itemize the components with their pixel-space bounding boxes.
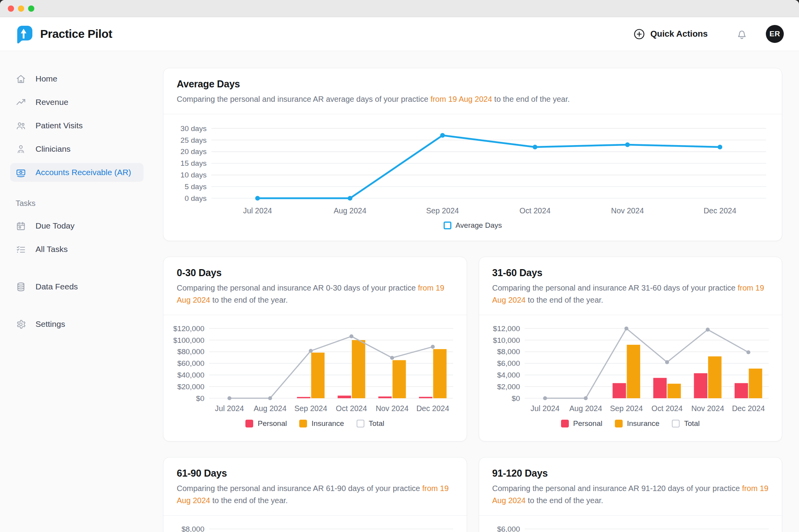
svg-text:$8,000: $8,000 [181, 525, 204, 532]
legend-label: Insurance [627, 419, 659, 428]
sidebar-item-settings[interactable]: Settings [10, 315, 144, 333]
ar-91-120-chart-canvas: $0$2,000$4,000$6,000Jul 2024Aug 2024Sep … [489, 522, 772, 532]
legend-item-average-days[interactable]: Average Days [444, 221, 502, 230]
sidebar-item-data-feeds[interactable]: Data Feeds [10, 277, 144, 296]
desc-text: to the end of the year. [492, 95, 570, 103]
card-header: Average Days Comparing the personal and … [163, 68, 782, 114]
desc-text: Comparing the personal and insurance AR … [177, 95, 430, 103]
legend-item-total[interactable]: Total [672, 419, 700, 428]
svg-text:$20,000: $20,000 [177, 383, 204, 391]
sidebar-item-label: Patient Visits [36, 121, 83, 130]
gear-icon [16, 319, 26, 330]
sidebar-item-revenue[interactable]: Revenue [10, 93, 144, 112]
legend-swatch [299, 420, 307, 427]
dashboard-main: Average Days Comparing the personal and … [152, 51, 799, 532]
svg-text:$4,000: $4,000 [497, 371, 520, 379]
sidebar-item-all-tasks[interactable]: All Tasks [10, 240, 144, 259]
legend-swatch [245, 420, 253, 427]
sidebar-item-label: Data Feeds [36, 282, 78, 291]
sidebar-item-label: Accounts Receivable (AR) [36, 168, 131, 177]
notifications-button[interactable] [736, 28, 748, 40]
home-icon [16, 74, 26, 84]
svg-text:Sep 2024: Sep 2024 [610, 404, 643, 413]
window-zoom-button[interactable] [28, 5, 34, 12]
card-title: 61-90 Days [177, 468, 453, 479]
legend-label: Total [684, 419, 700, 428]
app-window: Practice Pilot Quick Actions ER Home [0, 0, 799, 532]
sidebar-item-label: Revenue [36, 98, 68, 107]
desc-highlight-date: from 19 Aug 2024 [430, 95, 492, 103]
legend-label: Average Days [456, 221, 502, 230]
svg-text:$8,000: $8,000 [497, 348, 520, 356]
legend-item-insurance[interactable]: Insurance [299, 419, 344, 428]
svg-text:Oct 2024: Oct 2024 [336, 404, 367, 413]
window-minimize-button[interactable] [18, 5, 24, 12]
svg-text:$0: $0 [196, 394, 204, 403]
svg-text:$0: $0 [511, 394, 520, 403]
card-description: Comparing the personal and insurance AR … [492, 482, 769, 507]
sidebar-item-patient-visits[interactable]: Patient Visits [10, 116, 144, 135]
svg-text:$100,000: $100,000 [174, 336, 204, 344]
legend-swatch [672, 420, 680, 427]
ar-91-120-chart: $0$2,000$4,000$6,000Jul 2024Aug 2024Sep … [479, 516, 782, 532]
desc-text: to the end of the year. [526, 296, 603, 304]
svg-text:0 days: 0 days [185, 194, 206, 202]
svg-text:$40,000: $40,000 [177, 371, 204, 379]
card-title: 31-60 Days [492, 267, 769, 278]
desc-text: to the end of the year. [210, 496, 288, 505]
svg-text:$6,000: $6,000 [497, 359, 520, 367]
legend-item-personal[interactable]: Personal [561, 419, 602, 428]
practice-pilot-logo-icon [14, 25, 33, 44]
user-avatar[interactable]: ER [766, 25, 784, 43]
svg-text:Oct 2024: Oct 2024 [651, 404, 682, 413]
legend-item-personal[interactable]: Personal [245, 419, 287, 428]
legend-swatch [561, 420, 569, 427]
card-title: 91-120 Days [492, 468, 769, 479]
svg-text:10 days: 10 days [181, 171, 207, 179]
svg-text:30 days: 30 days [181, 124, 207, 133]
sidebar-item-clinicians[interactable]: Clinicians [10, 140, 144, 158]
content-area: Home Revenue Patient Visits Clinicia [0, 51, 799, 532]
sidebar-item-accounts-receivable[interactable]: Accounts Receivable (AR) [10, 163, 144, 182]
card-91-120-days: 91-120 Days Comparing the personal and i… [479, 457, 783, 532]
sidebar-item-label: Settings [36, 319, 65, 329]
svg-text:Jul 2024: Jul 2024 [530, 404, 559, 413]
window-titlebar [0, 0, 799, 17]
svg-text:Oct 2024: Oct 2024 [520, 206, 551, 215]
card-description: Comparing the personal and insurance AR … [492, 282, 769, 306]
svg-text:20 days: 20 days [181, 147, 207, 156]
svg-text:Aug 2024: Aug 2024 [569, 404, 602, 413]
legend-label: Total [369, 419, 384, 428]
svg-text:$80,000: $80,000 [177, 348, 204, 356]
window-close-button[interactable] [8, 5, 14, 12]
svg-text:$2,000: $2,000 [497, 383, 520, 391]
clinician-icon [16, 144, 26, 154]
app-header: Practice Pilot Quick Actions ER [0, 17, 799, 51]
svg-text:Dec 2024: Dec 2024 [416, 404, 449, 413]
card-header: 91-120 Days Comparing the personal and i… [479, 458, 782, 516]
svg-text:Aug 2024: Aug 2024 [254, 404, 286, 413]
sidebar-item-due-today[interactable]: Due Today [10, 216, 144, 235]
desc-text: Comparing the personal and insurance AR … [177, 484, 422, 493]
card-61-90-days: 61-90 Days Comparing the personal and in… [163, 457, 467, 532]
legend-checkbox [444, 222, 451, 229]
legend-label: Personal [573, 419, 602, 428]
svg-text:Nov 2024: Nov 2024 [611, 206, 644, 215]
legend-swatch [357, 420, 364, 427]
checklist-icon [16, 244, 26, 255]
card-header: 31-60 Days Comparing the personal and in… [479, 257, 782, 315]
svg-text:Sep 2024: Sep 2024 [426, 206, 459, 215]
trending-up-icon [16, 97, 26, 108]
average-days-chart-legend: Average Days [175, 221, 770, 230]
svg-text:15 days: 15 days [181, 159, 207, 167]
quick-actions-button[interactable]: Quick Actions [633, 28, 708, 40]
svg-text:Jul 2024: Jul 2024 [215, 404, 244, 413]
legend-label: Personal [257, 419, 287, 428]
card-title: Average Days [177, 78, 769, 90]
legend-item-insurance[interactable]: Insurance [615, 419, 659, 428]
ar-31-60-chart-legend: PersonalInsuranceTotal [489, 419, 772, 428]
card-header: 61-90 Days Comparing the personal and in… [163, 458, 467, 516]
legend-item-total[interactable]: Total [357, 419, 384, 428]
sidebar-item-home[interactable]: Home [10, 69, 144, 88]
ar-0-30-chart-legend: PersonalInsuranceTotal [174, 419, 456, 428]
